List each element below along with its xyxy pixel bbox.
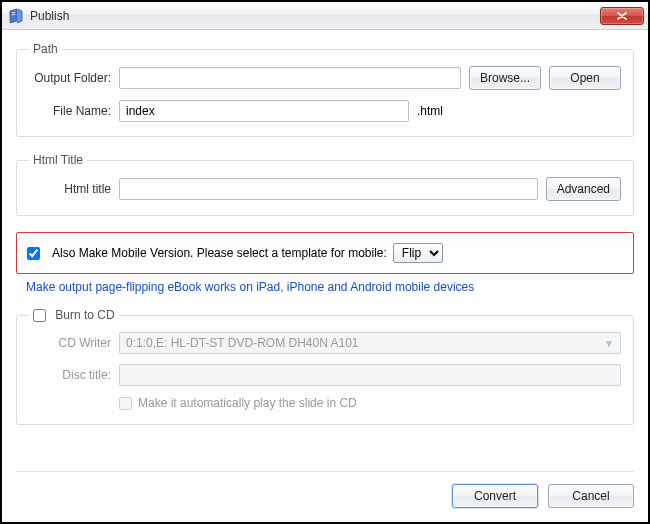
dialog-footer: Convert Cancel bbox=[16, 471, 634, 508]
mobile-version-label: Also Make Mobile Version. Please select … bbox=[52, 246, 387, 260]
app-icon bbox=[8, 8, 24, 24]
autoplay-label: Make it automatically play the slide in … bbox=[138, 396, 357, 410]
html-title-legend: Html Title bbox=[29, 153, 87, 167]
mobile-template-select[interactable]: Flip bbox=[393, 243, 443, 263]
disc-title-label: Disc title: bbox=[29, 368, 119, 382]
cd-writer-label: CD Writer bbox=[29, 336, 119, 350]
titlebar: Publish bbox=[2, 2, 648, 30]
output-folder-label: Output Folder: bbox=[29, 71, 119, 85]
cancel-button[interactable]: Cancel bbox=[548, 484, 634, 508]
disc-title-input bbox=[119, 364, 621, 386]
advanced-button[interactable]: Advanced bbox=[546, 177, 621, 201]
html-title-input[interactable] bbox=[119, 178, 538, 200]
close-button[interactable] bbox=[600, 7, 644, 25]
mobile-version-checkbox[interactable] bbox=[27, 247, 40, 260]
open-button[interactable]: Open bbox=[549, 66, 621, 90]
cd-writer-select: 0:1:0,E: HL-DT-ST DVD-ROM DH40N A101 ▼ bbox=[119, 332, 621, 354]
dialog-body: Path Output Folder: Browse... Open File … bbox=[16, 42, 634, 462]
path-group: Path Output Folder: Browse... Open File … bbox=[16, 42, 634, 137]
file-name-input[interactable] bbox=[119, 100, 409, 122]
path-legend: Path bbox=[29, 42, 62, 56]
burn-cd-legend: Burn to CD bbox=[29, 308, 119, 322]
mobile-hint: Make output page-flipping eBook works on… bbox=[16, 280, 634, 308]
burn-cd-group: Burn to CD CD Writer 0:1:0,E: HL-DT-ST D… bbox=[16, 308, 634, 425]
convert-button[interactable]: Convert bbox=[452, 484, 538, 508]
burn-cd-checkbox[interactable] bbox=[33, 309, 46, 322]
close-icon bbox=[617, 12, 627, 20]
html-title-label: Html title bbox=[29, 182, 119, 196]
file-name-label: File Name: bbox=[29, 104, 119, 118]
window-title: Publish bbox=[30, 9, 600, 23]
html-title-group: Html Title Html title Advanced bbox=[16, 153, 634, 216]
mobile-version-row: Also Make Mobile Version. Please select … bbox=[16, 232, 634, 274]
output-folder-input[interactable] bbox=[119, 67, 461, 89]
chevron-down-icon: ▼ bbox=[604, 338, 614, 349]
cd-writer-value: 0:1:0,E: HL-DT-ST DVD-ROM DH40N A101 bbox=[126, 336, 359, 350]
browse-button[interactable]: Browse... bbox=[469, 66, 541, 90]
autoplay-checkbox bbox=[119, 397, 132, 410]
burn-cd-legend-text: Burn to CD bbox=[55, 308, 114, 322]
file-ext-label: .html bbox=[409, 104, 443, 118]
